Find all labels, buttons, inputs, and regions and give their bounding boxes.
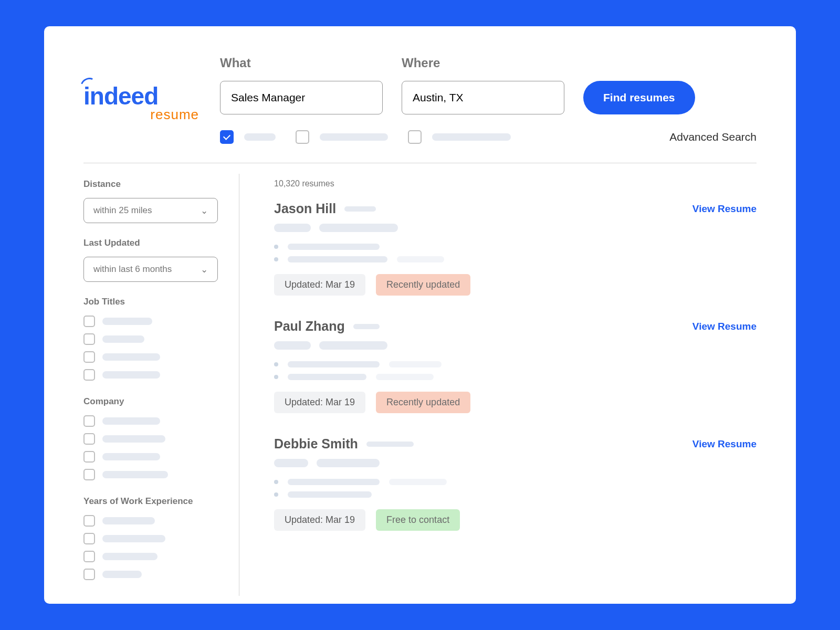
status-badge: Recently updated bbox=[376, 274, 470, 296]
view-resume-link[interactable]: View Resume bbox=[692, 438, 757, 450]
results-panel: 10,320 resumes Jason Hill View Resume bbox=[239, 174, 757, 596]
company-label: Company bbox=[83, 396, 218, 407]
checkbox[interactable] bbox=[83, 469, 95, 480]
placeholder bbox=[274, 341, 311, 350]
chevron-down-icon: ⌄ bbox=[201, 264, 208, 275]
result-line bbox=[274, 479, 757, 485]
checkbox[interactable] bbox=[83, 569, 95, 580]
updated-select[interactable]: within last 6 months ⌄ bbox=[83, 257, 218, 282]
result-header: Debbie Smith View Resume bbox=[274, 436, 757, 452]
list-item bbox=[83, 351, 218, 363]
result-subline bbox=[274, 341, 757, 350]
placeholder bbox=[319, 341, 387, 350]
result-header: Jason Hill View Resume bbox=[274, 201, 757, 216]
list-item bbox=[83, 533, 218, 544]
refine-placeholder bbox=[244, 133, 276, 141]
placeholder bbox=[274, 459, 308, 467]
checkbox[interactable] bbox=[83, 433, 95, 445]
result-line bbox=[274, 244, 757, 250]
result-line bbox=[274, 361, 757, 368]
result-card: Debbie Smith View Resume Updated: Mar 19… bbox=[274, 436, 757, 531]
checkbox[interactable] bbox=[83, 533, 95, 544]
placeholder bbox=[102, 517, 155, 524]
list-item bbox=[83, 333, 218, 345]
where-input[interactable] bbox=[402, 81, 564, 114]
result-card: Jason Hill View Resume Updated: Mar 19 R… bbox=[274, 201, 757, 296]
job-titles-list bbox=[83, 316, 218, 381]
placeholder bbox=[102, 335, 144, 343]
what-block: What bbox=[220, 56, 383, 114]
list-item bbox=[83, 415, 218, 427]
placeholder bbox=[288, 479, 380, 485]
result-name: Jason Hill bbox=[274, 201, 336, 216]
logo-brand: indeed bbox=[83, 84, 199, 109]
list-item bbox=[83, 316, 218, 327]
distance-select[interactable]: within 25 miles ⌄ bbox=[83, 198, 218, 223]
checkbox[interactable] bbox=[83, 333, 95, 345]
list-item bbox=[83, 433, 218, 445]
placeholder bbox=[317, 459, 380, 467]
result-detail-lines bbox=[274, 244, 757, 262]
checkbox[interactable] bbox=[83, 451, 95, 463]
placeholder bbox=[288, 256, 387, 262]
placeholder bbox=[397, 256, 444, 262]
where-block: Where bbox=[402, 56, 564, 114]
checkbox[interactable] bbox=[83, 351, 95, 363]
advanced-search-link[interactable]: Advanced Search bbox=[669, 131, 757, 143]
search-area: What Where Find resumes Advanced Search bbox=[220, 56, 757, 144]
job-titles-label: Job Titles bbox=[83, 297, 218, 307]
list-item bbox=[83, 469, 218, 480]
placeholder bbox=[288, 361, 380, 368]
view-resume-link[interactable]: View Resume bbox=[692, 203, 757, 215]
result-name: Paul Zhang bbox=[274, 319, 345, 334]
bullet-icon bbox=[274, 375, 278, 379]
result-tags: Updated: Mar 19 Recently updated bbox=[274, 274, 757, 296]
checkbox[interactable] bbox=[83, 551, 95, 562]
refinement-row: Advanced Search bbox=[220, 130, 757, 144]
placeholder bbox=[102, 371, 160, 379]
placeholder bbox=[353, 324, 380, 329]
distance-label: Distance bbox=[83, 179, 218, 190]
placeholder bbox=[288, 374, 366, 380]
list-item bbox=[83, 515, 218, 527]
placeholder bbox=[366, 442, 414, 447]
status-badge: Free to contact bbox=[376, 509, 460, 531]
checkbox[interactable] bbox=[83, 415, 95, 427]
result-name-wrap: Paul Zhang bbox=[274, 319, 380, 334]
list-item bbox=[83, 569, 218, 580]
refine-checkbox-2[interactable] bbox=[296, 130, 309, 144]
result-name-wrap: Debbie Smith bbox=[274, 436, 414, 452]
find-resumes-button[interactable]: Find resumes bbox=[583, 81, 695, 114]
result-header: Paul Zhang View Resume bbox=[274, 319, 757, 334]
chevron-down-icon: ⌄ bbox=[201, 205, 208, 216]
checkbox[interactable] bbox=[83, 369, 95, 381]
checkbox[interactable] bbox=[83, 515, 95, 527]
result-name: Debbie Smith bbox=[274, 436, 358, 452]
divider bbox=[83, 163, 757, 163]
placeholder bbox=[102, 471, 168, 478]
refine-checkbox-3[interactable] bbox=[408, 130, 422, 144]
search-row: What Where Find resumes bbox=[220, 56, 757, 114]
placeholder bbox=[102, 353, 160, 361]
updated-tag: Updated: Mar 19 bbox=[274, 274, 365, 296]
updated-label: Last Updated bbox=[83, 238, 218, 248]
where-label: Where bbox=[402, 56, 564, 70]
checkbox[interactable] bbox=[83, 316, 95, 327]
what-input[interactable] bbox=[220, 81, 383, 114]
placeholder bbox=[376, 374, 434, 380]
experience-list bbox=[83, 515, 218, 580]
placeholder bbox=[274, 224, 311, 232]
placeholder bbox=[288, 244, 380, 250]
list-item bbox=[83, 451, 218, 463]
placeholder bbox=[344, 206, 376, 212]
refine-checkbox-1[interactable] bbox=[220, 130, 234, 144]
bullet-icon bbox=[274, 362, 278, 366]
list-item bbox=[83, 551, 218, 562]
placeholder bbox=[102, 571, 142, 578]
result-tags: Updated: Mar 19 Free to contact bbox=[274, 509, 757, 531]
result-tags: Updated: Mar 19 Recently updated bbox=[274, 392, 757, 413]
result-line bbox=[274, 374, 757, 380]
refine-placeholder bbox=[320, 133, 388, 141]
view-resume-link[interactable]: View Resume bbox=[692, 321, 757, 332]
refine-placeholder bbox=[432, 133, 511, 141]
